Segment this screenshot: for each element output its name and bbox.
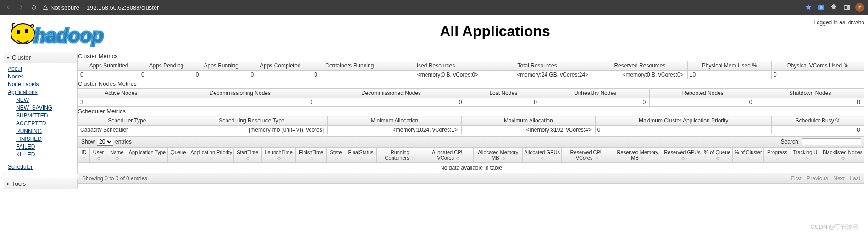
apps-header-2[interactable]: Name ◇ [107,148,127,163]
sidebar-cluster-header[interactable]: ▾ Cluster [4,52,77,63]
sm-v3: <memory:8192, vCores:4> [461,126,595,134]
address-bar[interactable]: Not secure 192.168.50.62:8088/cluster [42,4,159,11]
sidebar-cluster-title: Cluster [12,54,31,61]
cm-h5: Used Resources [387,61,482,71]
cm-v2: 0 [194,71,249,79]
nm-v0[interactable]: 3 [78,98,164,107]
sm-v2: <memory:1024, vCores:1> [328,126,462,134]
apps-header-19[interactable]: % of Cluster ◇ [733,148,764,163]
sm-h4: Maximum Cluster Application Priority [595,116,772,126]
sidebar-state-running[interactable]: RUNNING [8,128,74,135]
apps-header-4[interactable]: Queue ◇ [167,148,189,163]
pager-first[interactable]: First [791,175,802,182]
sidebar-state-failed[interactable]: FAILED [8,143,74,151]
sidebar-state-accepted[interactable]: ACCEPTED [8,120,74,128]
back-button[interactable] [4,3,13,12]
sidebar-state-new-saving[interactable]: NEW_SAVING [8,104,74,112]
nodes-metrics-title: Cluster Nodes Metrics [78,80,864,87]
panel-icon[interactable] [842,3,851,12]
nm-h1: Decommissioning Nodes [164,89,316,98]
sidebar-node-labels[interactable]: Node Labels [8,81,74,89]
sm-h0: Scheduler Type [78,116,176,126]
translate-icon[interactable]: G [817,3,826,12]
nm-v3[interactable]: 0 [466,98,541,107]
nm-v1[interactable]: 0 [164,98,316,107]
url-text: 192.168.50.62:8088/cluster [87,4,159,11]
login-user-label: Logged in as: dr.who [813,19,864,26]
pager-next[interactable]: Next [833,175,845,182]
page-size-select[interactable]: 20 [97,138,113,146]
sidebar-tools-header[interactable]: ▸ Tools [4,178,77,189]
cluster-metrics-table: Apps Submitted Apps Pending Apps Running… [78,61,864,79]
apps-header-22[interactable]: Blacklisted Nodes ◇ [821,148,864,163]
cm-v0: 0 [78,71,139,79]
apps-header-11[interactable]: Running Containers ◇ [377,148,423,163]
svg-point-6 [25,29,28,33]
nm-v5[interactable]: 0 [650,98,756,107]
apps-header-21[interactable]: Tracking UI ◇ [791,148,821,163]
nm-v6[interactable]: 0 [756,98,864,107]
cm-h2: Apps Running [194,61,249,71]
datatable-bottom: Showing 0 to 0 of 0 entries First Previo… [78,173,864,184]
sidebar-applications[interactable]: Applications [8,89,74,96]
apps-header-16[interactable]: Reserved Memory MB ◇ [613,148,663,163]
apps-header-9[interactable]: State ◇ [326,148,345,163]
apps-header-7[interactable]: LaunchTime ◇ [262,148,296,163]
nm-h4: Unhealthy Nodes [541,89,650,98]
cm-h0: Apps Submitted [78,61,139,71]
apps-header-8[interactable]: FinishTime ◇ [296,148,327,163]
apps-header-15[interactable]: Reserved CPU VCores ◇ [561,148,613,163]
reload-button[interactable] [29,3,39,12]
nm-v4[interactable]: 0 [541,98,650,107]
search-input[interactable] [802,138,861,145]
pager-prev[interactable]: Previous [807,175,828,182]
svg-text:G: G [820,6,823,10]
search-label: Search: [781,139,800,145]
svg-rect-3 [847,5,850,9]
extensions-icon[interactable] [829,3,839,12]
chevron-right-icon: ▸ [7,181,9,186]
apps-header-10[interactable]: FinalStatus ◇ [345,148,376,163]
sm-v0: Capacity Scheduler [78,126,176,134]
sidebar-about[interactable]: About [8,65,74,73]
apps-header-3[interactable]: Application Type ◇ [127,148,167,163]
sidebar-state-killed[interactable]: KILLED [8,151,74,159]
sm-v4: 0 [595,126,772,134]
sidebar-nodes[interactable]: Nodes [8,73,74,81]
cm-h3: Apps Completed [249,61,312,71]
nodes-metrics-table: Active Nodes Decommissioning Nodes Decom… [78,88,864,107]
sm-h2: Minimum Allocation [328,116,462,126]
nm-h0: Active Nodes [78,89,164,98]
apps-header-18[interactable]: % of Queue ◇ [702,148,732,163]
bookmark-star-icon[interactable] [804,3,813,12]
cm-v8: 10 [687,71,771,79]
nm-v2[interactable]: 0 [316,98,466,107]
apps-header-14[interactable]: Allocated GPUs ◇ [523,148,561,163]
apps-header-12[interactable]: Allocated CPU VCores ◇ [423,148,474,163]
sidebar-scheduler[interactable]: Scheduler [8,163,74,171]
show-label: Show [81,139,95,145]
cm-h7: Reserved Resources [592,61,688,71]
sm-h1: Scheduling Resource Type [176,116,327,126]
sidebar-state-submitted[interactable]: SUBMITTED [8,112,74,120]
profile-avatar[interactable]: z [855,3,864,12]
applications-table: ID ◇User ◇Name ◇Application Type ◇Queue … [78,147,864,173]
apps-header-20[interactable]: Progress ◇ [764,148,791,163]
apps-header-1[interactable]: User ◇ [90,148,107,163]
page-title: All Applications [122,23,868,40]
cluster-metrics-title: Cluster Metrics [78,53,864,60]
forward-button[interactable] [17,3,26,12]
apps-header-0[interactable]: ID ◇ [78,148,90,163]
cm-v6: <memory:24 GB, vCores:24> [482,71,592,79]
hadoop-logo: hadoop hadoop [8,18,114,47]
sidebar-state-new[interactable]: NEW [8,96,74,104]
cm-h4: Containers Running [312,61,387,71]
apps-header-17[interactable]: Reserved GPUs ◇ [663,148,702,163]
cm-v1: 0 [139,71,194,79]
apps-header-6[interactable]: StartTime ◇ [233,148,261,163]
svg-point-5 [17,30,20,34]
apps-header-13[interactable]: Allocated Memory MB ◇ [474,148,523,163]
sidebar-state-finished[interactable]: FINISHED [8,135,74,143]
apps-header-5[interactable]: Application Priority ◇ [189,148,233,163]
pager-last[interactable]: Last [850,175,860,182]
